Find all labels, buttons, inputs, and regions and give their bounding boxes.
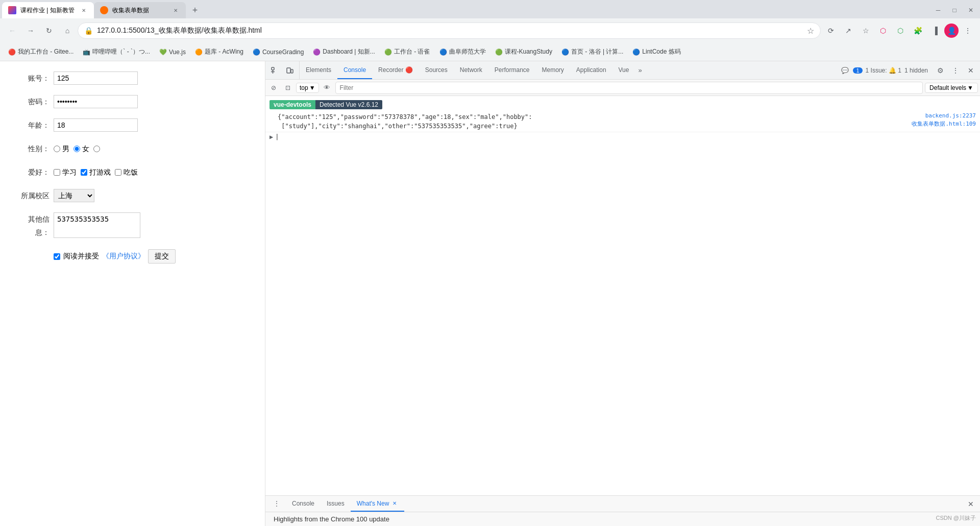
- hobby-study-label[interactable]: 学习: [54, 165, 77, 179]
- gender-female-radio[interactable]: [74, 146, 80, 152]
- bookmark-9[interactable]: 🟢 课程-KuangStudy: [491, 45, 556, 58]
- devtools-tab-memory[interactable]: Memory: [536, 61, 570, 79]
- console-filter-input[interactable]: [335, 82, 923, 94]
- tab2-close[interactable]: ✕: [172, 6, 180, 14]
- campus-select[interactable]: 上海 北京 广州: [54, 189, 94, 202]
- close-devtools-button[interactable]: ✕: [964, 63, 978, 78]
- account-input[interactable]: [54, 71, 138, 85]
- password-input[interactable]: [54, 95, 138, 108]
- home-button[interactable]: ⌂: [59, 22, 76, 39]
- bottom-tab-menu-icon[interactable]: ⋮: [267, 496, 286, 512]
- tab-2[interactable]: 收集表单数据 ✕: [94, 2, 186, 18]
- profile-sync-icon[interactable]: ⟳: [823, 22, 839, 39]
- settings-button[interactable]: ⚙: [933, 63, 947, 78]
- hobby-food-checkbox[interactable]: [115, 169, 121, 176]
- gender-male-label[interactable]: 男: [54, 142, 69, 155]
- bottom-tab-whats-new-label: What's New: [357, 500, 389, 507]
- default-levels-selector[interactable]: Default levels ▼: [925, 83, 978, 93]
- tab-1[interactable]: 课程作业 | 知新教管 ✕: [2, 2, 94, 18]
- console-log-entry: {"account":"125","password":"57378378","…: [265, 111, 980, 132]
- bookmark-8[interactable]: 🔵 曲阜师范大学: [435, 45, 490, 58]
- devtools-tab-more[interactable]: »: [635, 61, 645, 79]
- bookmark-7[interactable]: 🟢 工作台 - 语雀: [380, 45, 434, 58]
- hobby-game-checkbox[interactable]: [81, 169, 87, 176]
- bookmark-2[interactable]: 📺 哔哩哔哩（` - `）つ...: [79, 45, 154, 58]
- bookmark7-label: 工作台 - 语雀: [394, 47, 430, 56]
- tab1-close[interactable]: ✕: [80, 6, 88, 14]
- bookmark-11[interactable]: 🔵 LintCode 炼码: [628, 45, 684, 58]
- agree-link[interactable]: 《用户协议》: [102, 252, 145, 261]
- eye-button[interactable]: 👁: [321, 82, 333, 94]
- console-settings-button[interactable]: ⊡: [282, 82, 294, 94]
- hobby-game-label[interactable]: 打游戏: [81, 165, 111, 179]
- clear-console-button[interactable]: ⊘: [267, 82, 280, 94]
- log-source2[interactable]: 收集表单数据.html:109: [912, 120, 976, 128]
- devtools-tab-sources[interactable]: Sources: [419, 61, 454, 79]
- bottom-tab-whats-new[interactable]: What's New ✕: [351, 496, 405, 512]
- bottom-close-icon[interactable]: ✕: [964, 497, 978, 511]
- devtools-tab-elements[interactable]: Elements: [300, 61, 337, 79]
- devtools-tab-console[interactable]: Console: [337, 61, 372, 79]
- issues-label: 1 Issue: 🔔 1: [866, 67, 901, 74]
- url-bar[interactable]: 🔒 127.0.0.1:5500/13_收集表单数据/收集表单数据.html ☆: [78, 22, 821, 39]
- bookmark-5[interactable]: 🔵 CourseGrading: [249, 46, 308, 58]
- bottom-tab-console[interactable]: Console: [286, 496, 321, 512]
- device-toggle-button[interactable]: [283, 63, 297, 78]
- submit-button[interactable]: 提交: [148, 249, 176, 264]
- log-source1[interactable]: backend.js:2237: [925, 112, 976, 119]
- console-cursor-line[interactable]: ▶ |: [265, 132, 980, 141]
- tab1-favicon: [8, 6, 16, 14]
- campus-label: 所属校区: [15, 189, 54, 202]
- devtools-tab-performance[interactable]: Performance: [488, 61, 536, 79]
- bookmark-10[interactable]: 🔵 首页 - 洛谷 | 计算...: [557, 45, 627, 58]
- devtools-tab-vue[interactable]: Vue: [612, 61, 635, 79]
- age-input[interactable]: [54, 118, 138, 132]
- bookmark-button[interactable]: ☆: [857, 22, 874, 39]
- gender-male-radio[interactable]: [54, 146, 60, 152]
- bookmark-1[interactable]: 🔴 我的工作台 - Gitee...: [4, 45, 78, 58]
- new-tab-button[interactable]: +: [188, 3, 202, 17]
- forward-button[interactable]: →: [22, 22, 39, 39]
- user-avatar[interactable]: 👤: [944, 23, 959, 38]
- hobby-food-label[interactable]: 吃饭: [115, 165, 138, 179]
- console-expand-icon[interactable]: ▶: [270, 133, 273, 140]
- refresh-button[interactable]: ↻: [41, 22, 57, 39]
- console-content: vue-devtools Detected Vue v2.6.12 {"acco…: [265, 96, 980, 495]
- context-selector[interactable]: top ▼: [296, 83, 319, 93]
- gender-other-radio[interactable]: [93, 146, 100, 152]
- bookmark5-favicon: 🔵: [253, 49, 260, 56]
- bookmark-6[interactable]: 🟣 Dashboard | 知新...: [309, 45, 379, 58]
- devtools-tab-recorder[interactable]: Recorder 🔴: [372, 61, 419, 79]
- extension1-button[interactable]: ⬡: [875, 22, 891, 39]
- extensions-button[interactable]: 🧩: [910, 22, 926, 39]
- bottom-tab-issues-label: Issues: [327, 500, 345, 507]
- bottom-tab-close-button[interactable]: ✕: [391, 500, 398, 507]
- console-cursor: |: [275, 133, 279, 140]
- svg-rect-4: [291, 69, 293, 73]
- gender-label: 性别：: [15, 142, 54, 155]
- issues-count[interactable]: 1: [853, 67, 862, 74]
- sidebar-button[interactable]: ▐: [927, 22, 943, 39]
- minimize-button[interactable]: ─: [931, 3, 945, 17]
- context-selector-value: top: [300, 84, 308, 91]
- menu-button[interactable]: ⋮: [960, 22, 976, 39]
- agree-checkbox[interactable]: [54, 253, 60, 260]
- hobby-study-checkbox[interactable]: [54, 169, 60, 176]
- bottom-tab-issues[interactable]: Issues: [321, 496, 351, 512]
- gender-female-label[interactable]: 女: [74, 142, 89, 155]
- devtools-tab-network[interactable]: Network: [454, 61, 488, 79]
- bookmark-star-icon[interactable]: ☆: [807, 26, 814, 36]
- extension2-button[interactable]: ⬡: [892, 22, 909, 39]
- bookmark-4[interactable]: 🟠 题库 - AcWing: [191, 45, 248, 58]
- bottom-panel-close[interactable]: ✕: [964, 497, 978, 511]
- share-button[interactable]: ↗: [840, 22, 856, 39]
- close-window-button[interactable]: ✕: [964, 3, 978, 17]
- page-content: 账号： 密码： 年龄： 性别： 男: [0, 61, 265, 526]
- maximize-button[interactable]: □: [947, 3, 962, 17]
- back-button[interactable]: ←: [4, 22, 20, 39]
- devtools-tab-application[interactable]: Application: [570, 61, 612, 79]
- inspect-element-button[interactable]: [267, 63, 282, 78]
- devtools-more-button[interactable]: ⋮: [948, 63, 963, 78]
- other-textarea[interactable]: 537535353535: [54, 212, 140, 238]
- bookmark-3[interactable]: 💚 Vue.js: [155, 46, 190, 58]
